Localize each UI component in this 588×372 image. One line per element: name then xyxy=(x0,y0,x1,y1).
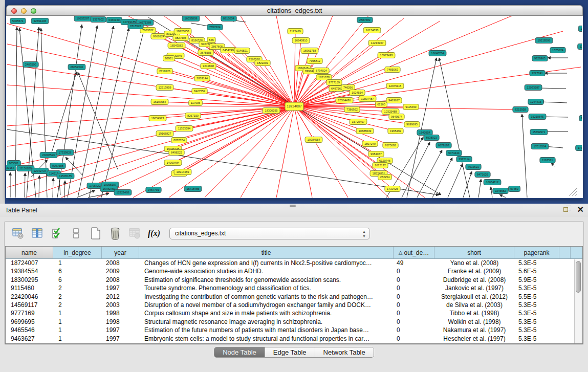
table-selector-dropdown[interactable]: citations_edges.txt ▲▼ xyxy=(169,228,370,239)
graph-node-label: 1733426 xyxy=(387,187,398,190)
column-header-label: pagerank xyxy=(524,249,549,256)
graph-edge xyxy=(463,171,472,198)
table-row[interactable]: 2242004622012Investigating the contribut… xyxy=(6,293,582,301)
tab-node-table[interactable]: Node Table xyxy=(214,347,265,357)
close-window-icon[interactable] xyxy=(11,8,17,14)
function-builder-icon: f(x) xyxy=(148,229,160,238)
graph-edge xyxy=(439,58,470,198)
delete-column-button[interactable] xyxy=(127,226,142,240)
cell-short: Wolkin et al. (1998) xyxy=(434,318,514,326)
column-header-title[interactable]: title xyxy=(139,247,394,258)
graph-node-label: 1621078 xyxy=(318,76,330,79)
cell-pagerank: 5.5E-5 xyxy=(514,293,559,301)
graph-edge xyxy=(551,163,555,167)
table-toolbar: f(x) citations_edges.txt ▲▼ xyxy=(5,222,583,245)
graph-node-label: 1965492 xyxy=(390,129,401,133)
graph-node-label: 17016504 xyxy=(534,145,547,148)
column-header-year[interactable]: year xyxy=(102,247,139,258)
column-header-in_degree[interactable]: in_degree xyxy=(53,247,102,258)
column-header-out_degree[interactable]: △out_de… xyxy=(394,247,434,258)
graph-node-label: 11353594 xyxy=(178,127,190,130)
graph-node-label: 1575074 xyxy=(552,49,563,52)
column-header-name[interactable]: name xyxy=(6,247,53,258)
graph-node-label: 111254 xyxy=(580,45,582,48)
graph-node-label: 1111 xyxy=(580,27,582,30)
dropdown-spinner-icon: ▲▼ xyxy=(362,229,366,238)
cell-name: 22420046 xyxy=(6,293,53,301)
graph-edge xyxy=(53,178,53,198)
graph-node-label: 1822203 xyxy=(257,61,268,64)
cell-title: Tourette syndrome. Phenomenology and cla… xyxy=(139,284,394,292)
graph-node-label: 5405571 xyxy=(12,19,24,23)
cell-name: 14569117 xyxy=(6,301,53,309)
cell-title: Genome-wide association studies in ADHD. xyxy=(139,267,394,275)
graph-node-label: 16782759 xyxy=(103,187,116,190)
graph-node-label: 19384554 xyxy=(308,138,320,141)
network-canvas[interactable]: 7663822866012489129541922605898275061654… xyxy=(6,16,583,198)
graph-node-label: 2887682 xyxy=(359,18,371,21)
graph-node-label: 19166827 xyxy=(159,132,171,135)
scrollbar-thumb[interactable] xyxy=(576,261,581,293)
graph-node-label: 12213967 xyxy=(371,41,384,45)
table-row[interactable]: 1872400712008Changes of HCN gene express… xyxy=(6,259,582,267)
graph-node-label: 8813054 xyxy=(223,17,234,20)
column-header-pagerank[interactable]: pagerank xyxy=(514,247,559,258)
select-columns-button[interactable] xyxy=(30,226,45,240)
column-settings-button[interactable] xyxy=(11,226,25,240)
tab-edge-table[interactable]: Edge Table xyxy=(265,347,315,357)
graph-edge xyxy=(15,27,17,198)
select-all-button[interactable] xyxy=(50,226,64,240)
graph-node-label: 12042737 xyxy=(34,169,47,172)
graph-edge xyxy=(51,72,77,154)
sort-ascending-icon: △ xyxy=(399,250,403,255)
cell-in_degree: 1 xyxy=(53,318,102,326)
table-row[interactable]: 969969511998Structural magnetic resonanc… xyxy=(6,318,582,326)
panel-splitter-handle[interactable] xyxy=(290,204,296,208)
network-graph[interactable]: 7663822866012489129541922605898275061654… xyxy=(6,16,582,198)
graph-node-label: 97450 xyxy=(510,187,518,190)
cell-year: 1997 xyxy=(102,326,139,334)
table-row[interactable]: 1830029562008Estimation of significance … xyxy=(6,276,582,284)
cell-title: Disruption of a novel member of a sodium… xyxy=(139,301,394,309)
cell-short: Yano et al. (2008) xyxy=(434,259,514,267)
graph-node-label: 18724007 xyxy=(287,104,302,108)
table-row[interactable]: 946554611997Estimation of the future num… xyxy=(6,326,582,334)
table-row[interactable]: 946362711997Embryonic stem cells: a mode… xyxy=(6,335,582,343)
graph-edge xyxy=(541,102,567,103)
graph-edge xyxy=(217,47,294,106)
table-vertical-scrollbar[interactable] xyxy=(574,259,582,343)
table-row[interactable]: 911546021997Tourette syndrome. Phenomeno… xyxy=(6,284,582,292)
window-titlebar[interactable]: citations_edges.txt xyxy=(6,5,583,16)
graph-node-label: 15718485 xyxy=(187,187,200,190)
cell-out_degree: 0 xyxy=(394,284,434,292)
graph-edge xyxy=(177,46,294,106)
cell-title: Embryonic stem cells: a model to study s… xyxy=(139,335,394,343)
float-panel-icon[interactable] xyxy=(563,206,571,213)
column-header-filler[interactable] xyxy=(559,247,571,258)
zoom-window-icon[interactable] xyxy=(31,8,36,14)
new-table-button[interactable] xyxy=(89,226,103,240)
tab-network-table[interactable]: Network Table xyxy=(315,347,374,357)
graph-node-label: 6497568 xyxy=(331,87,342,90)
graph-node-label: 8454749 xyxy=(223,49,234,52)
function-builder-button[interactable]: f(x) xyxy=(147,226,161,240)
cell-in_degree: 2 xyxy=(53,284,102,292)
cell-short: de Silva et al. (2003) xyxy=(434,301,514,309)
cell-pagerank: 5.3E-5 xyxy=(514,326,559,334)
table-row[interactable]: 1938455462009Genome-wide association stu… xyxy=(6,267,582,275)
table-row[interactable]: 1456911722003Disruption of a novel membe… xyxy=(6,301,582,309)
minimize-window-icon[interactable] xyxy=(21,8,27,14)
graph-node-label: 16543562 xyxy=(170,44,183,47)
delete-table-button[interactable] xyxy=(108,226,122,240)
column-header-short[interactable]: short xyxy=(434,247,514,258)
table-row[interactable]: 977716911998Corpus callosum shape and si… xyxy=(6,309,582,317)
graph-node-label: 1125419 xyxy=(290,30,300,33)
graph-node-label: 39154 xyxy=(6,166,14,169)
close-panel-icon[interactable]: ✕ xyxy=(577,206,584,213)
table-selector-value: citations_edges.txt xyxy=(175,230,226,237)
graph-node-label: 9115460 xyxy=(405,105,416,108)
deselect-all-button[interactable] xyxy=(69,226,83,240)
graph-node-label: 10688639 xyxy=(359,129,372,133)
graph-node-label: 19218506 xyxy=(538,39,551,42)
graph-node-label: 546 xyxy=(209,38,213,41)
